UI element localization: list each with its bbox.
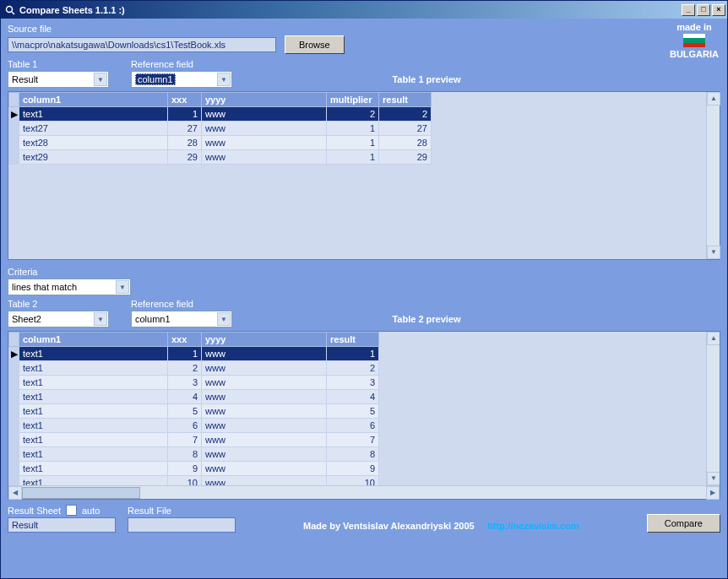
table-row[interactable]: text14www4 <box>9 390 379 404</box>
table-cell[interactable]: text1 <box>19 361 168 376</box>
table-cell[interactable]: text1 <box>19 447 168 462</box>
table-cell[interactable]: 2 <box>327 107 379 122</box>
table-cell[interactable]: text28 <box>19 136 168 150</box>
table-cell[interactable]: www <box>202 122 327 136</box>
scroll-down-icon[interactable]: ▼ <box>707 472 720 485</box>
table-cell[interactable]: 3 <box>327 376 379 390</box>
table-cell[interactable]: text1 <box>19 376 168 390</box>
table-cell[interactable]: www <box>202 376 327 390</box>
table-cell[interactable]: www <box>202 107 327 122</box>
table-cell[interactable]: 5 <box>327 404 379 419</box>
column-header[interactable]: yyyy <box>202 93 327 107</box>
table-cell[interactable]: 28 <box>168 136 202 150</box>
table-cell[interactable]: 29 <box>379 150 432 165</box>
table-cell[interactable]: text27 <box>19 122 168 136</box>
table-cell[interactable]: www <box>202 150 327 165</box>
table-cell[interactable]: text1 <box>19 107 168 122</box>
table1-select[interactable]: Result ▼ <box>8 71 109 88</box>
table-cell[interactable]: www <box>202 136 327 150</box>
table-cell[interactable]: 1 <box>327 136 379 150</box>
table-cell[interactable]: text1 <box>19 462 168 476</box>
browse-button[interactable]: Browse <box>285 35 345 54</box>
result-sheet-input[interactable] <box>8 517 116 533</box>
table-cell[interactable]: text1 <box>19 347 168 361</box>
column-header[interactable]: result <box>327 333 379 347</box>
table-cell[interactable]: www <box>202 476 327 486</box>
table-row[interactable]: text12www2 <box>9 361 379 376</box>
scrollbar-horizontal[interactable]: ◀ ▶ <box>8 485 720 499</box>
table-cell[interactable]: 4 <box>327 390 379 404</box>
scroll-right-icon[interactable]: ▶ <box>706 486 720 500</box>
scrollbar-vertical[interactable]: ▲▼ <box>706 92 720 259</box>
table-cell[interactable]: www <box>202 433 327 447</box>
column-header[interactable]: xxx <box>168 333 202 347</box>
table-cell[interactable]: 9 <box>168 462 202 476</box>
table-cell[interactable]: 8 <box>168 447 202 462</box>
column-header[interactable]: column1 <box>19 93 168 107</box>
table-row[interactable]: text18www8 <box>9 447 379 462</box>
scroll-up-icon[interactable]: ▲ <box>707 92 720 106</box>
maximize-button[interactable]: □ <box>697 4 710 16</box>
table-cell[interactable]: www <box>202 404 327 419</box>
table-row[interactable]: text2929www129 <box>9 150 432 165</box>
column-header[interactable]: xxx <box>168 93 202 107</box>
scrollbar-vertical[interactable]: ▲▼ <box>706 332 720 485</box>
close-button[interactable]: × <box>712 4 725 16</box>
table-cell[interactable]: 1 <box>168 347 202 361</box>
table-cell[interactable]: 9 <box>327 462 379 476</box>
auto-checkbox[interactable] <box>66 505 77 516</box>
table-cell[interactable]: www <box>202 361 327 376</box>
table-row[interactable]: text110www10 <box>9 476 379 486</box>
table-cell[interactable]: text1 <box>19 419 168 433</box>
column-header[interactable]: yyyy <box>202 333 327 347</box>
table-row[interactable]: text13www3 <box>9 376 379 390</box>
compare-button[interactable]: Compare <box>647 514 720 533</box>
table-cell[interactable]: www <box>202 347 327 361</box>
table-row[interactable]: text19www9 <box>9 462 379 476</box>
table-cell[interactable]: 2 <box>168 361 202 376</box>
table-cell[interactable]: 10 <box>327 476 379 486</box>
ref-field1-select[interactable]: column1 ▼ <box>131 71 232 88</box>
table-cell[interactable]: 28 <box>379 136 432 150</box>
table-cell[interactable]: 27 <box>379 122 432 136</box>
table-cell[interactable]: www <box>202 462 327 476</box>
table-cell[interactable]: text1 <box>19 390 168 404</box>
table-cell[interactable]: 7 <box>168 433 202 447</box>
table-cell[interactable]: 6 <box>168 419 202 433</box>
scroll-up-icon[interactable]: ▲ <box>707 332 720 345</box>
scroll-thumb[interactable] <box>22 487 140 499</box>
table-cell[interactable]: text29 <box>19 150 168 165</box>
table-cell[interactable]: text1 <box>19 476 168 486</box>
result-file-input[interactable] <box>128 517 236 533</box>
table-cell[interactable]: 1 <box>327 122 379 136</box>
table-cell[interactable]: 1 <box>327 347 379 361</box>
table-cell[interactable]: www <box>202 419 327 433</box>
table-row[interactable]: text17www7 <box>9 433 379 447</box>
table-cell[interactable]: 5 <box>168 404 202 419</box>
table2-select[interactable]: Sheet2 ▼ <box>8 311 109 327</box>
column-header[interactable]: result <box>379 93 432 107</box>
column-header[interactable]: column1 <box>19 333 168 347</box>
table2-grid[interactable]: column1xxxyyyyresult▶text11www1text12www… <box>8 331 720 500</box>
credit-link[interactable]: http://nezavisim.com <box>487 521 579 531</box>
table-cell[interactable]: 3 <box>168 376 202 390</box>
table-cell[interactable]: 27 <box>168 122 202 136</box>
table-cell[interactable]: text1 <box>19 433 168 447</box>
table-cell[interactable]: 4 <box>168 390 202 404</box>
table-cell[interactable]: 10 <box>168 476 202 486</box>
table-row[interactable]: ▶text11www22 <box>9 107 432 122</box>
table-cell[interactable]: 1 <box>327 150 379 165</box>
scroll-left-icon[interactable]: ◀ <box>8 486 22 500</box>
titlebar[interactable]: Compare Sheets 1.1.1 :) _ □ × <box>1 1 727 19</box>
table-cell[interactable]: 2 <box>379 107 432 122</box>
table-cell[interactable]: 7 <box>327 433 379 447</box>
table-cell[interactable]: 1 <box>168 107 202 122</box>
table-row[interactable]: text16www6 <box>9 419 379 433</box>
table-cell[interactable]: 2 <box>327 361 379 376</box>
minimize-button[interactable]: _ <box>682 4 695 16</box>
table-cell[interactable]: www <box>202 447 327 462</box>
table1-grid[interactable]: column1xxxyyyymultiplierresult▶text11www… <box>8 91 720 260</box>
ref-field2-select[interactable]: column1 ▼ <box>131 311 232 327</box>
table-row[interactable]: text15www5 <box>9 404 379 419</box>
source-file-input[interactable] <box>8 37 276 52</box>
